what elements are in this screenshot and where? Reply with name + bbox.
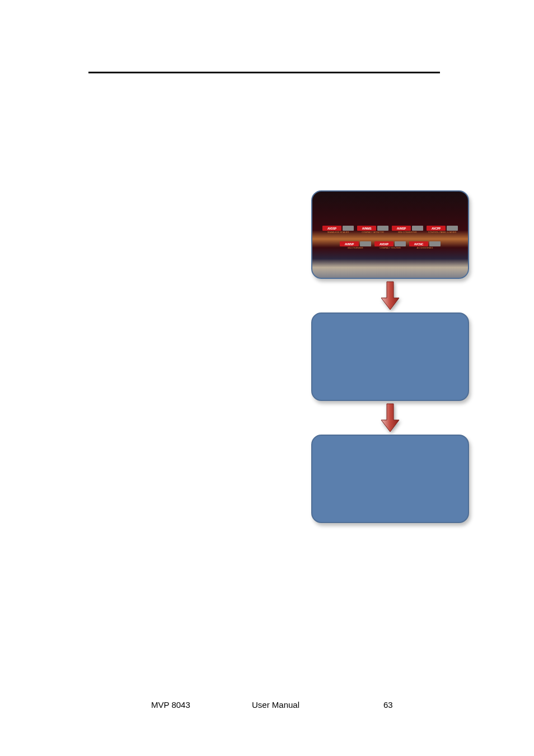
tile-badge-label: AVCPP — [432, 227, 441, 230]
product-tile: AVCPP CONTROL PANEL & MIXER — [425, 223, 459, 236]
tile-badge-label: AVMSP — [397, 227, 406, 230]
tile-subtitle: MIN CONVERTER — [398, 231, 416, 234]
tile-thumb — [395, 241, 406, 246]
product-tile: AVCNC ACCESSORIES — [408, 239, 442, 252]
tile-thumb — [343, 226, 354, 231]
tile-thumb — [360, 241, 371, 246]
arrow-down-icon — [379, 403, 401, 432]
footer-page-number: 63 — [383, 700, 393, 710]
tile-badge-label: AVMVP — [345, 242, 354, 246]
tile-badge: AVDXP — [374, 241, 394, 246]
arrow-down-icon — [379, 281, 401, 310]
tile-thumb — [377, 226, 388, 231]
tile-subtitle: SEAMLESS SCALER — [327, 231, 349, 234]
tile-thumb — [447, 226, 458, 231]
tile-row-top: AVDSP SEAMLESS SCALER AVNMS COMPACT MONI… — [317, 223, 463, 236]
tile-subtitle: COMPACT ROUTER — [380, 246, 401, 249]
tile-badge-label: AVDSP — [327, 227, 336, 230]
footer-title: User Manual — [252, 700, 299, 710]
tile-badge: AVCPP — [427, 226, 446, 231]
tile-subtitle: COMPACT MONITOR — [362, 231, 384, 234]
diagram-card-image: AVDSP SEAMLESS SCALER AVNMS COMPACT MONI… — [311, 190, 469, 279]
tile-badge-label: AVDXP — [380, 242, 388, 246]
tile-badge: AVDSP — [322, 226, 341, 231]
tile-badge: AVNMS — [357, 226, 376, 231]
tile-subtitle: CONTROL PANEL & MIXER — [428, 231, 457, 234]
product-tile: AVNMS COMPACT MONITOR — [356, 223, 390, 236]
footer-model: MVP 8043 — [151, 700, 190, 710]
tile-badge: AVMVP — [340, 241, 359, 246]
tile-thumb — [412, 226, 423, 231]
tile-subtitle: ACCESSORIES — [417, 246, 433, 249]
diagram-card-middle — [311, 312, 469, 401]
arrow-down-wrap — [311, 401, 469, 435]
tile-subtitle: MULTIVIEWER — [348, 246, 363, 249]
arrow-down-wrap — [311, 279, 469, 312]
diagram-card-bottom — [311, 435, 469, 523]
tile-row-bottom: AVMVP MULTIVIEWER AVDXP COMPACT ROUTER — [317, 239, 463, 252]
product-tile: AVMSP MIN CONVERTER — [391, 223, 424, 236]
flow-diagram: AVDSP SEAMLESS SCALER AVNMS COMPACT MONI… — [311, 190, 474, 523]
tile-thumb — [429, 241, 441, 246]
product-tile: AVMVP MULTIVIEWER — [339, 239, 372, 252]
product-tiles: AVDSP SEAMLESS SCALER AVNMS COMPACT MONI… — [317, 196, 463, 273]
product-tile: AVDSP SEAMLESS SCALER — [321, 223, 355, 236]
tile-badge: AVCNC — [409, 241, 428, 246]
document-page: AVDSP SEAMLESS SCALER AVNMS COMPACT MONI… — [0, 0, 534, 756]
tile-badge-label: AVCNC — [414, 242, 423, 246]
tile-badge: AVMSP — [392, 226, 411, 231]
tile-badge-label: AVNMS — [362, 227, 372, 230]
product-tile: AVDXP COMPACT ROUTER — [373, 239, 407, 252]
header-rule — [88, 72, 440, 73]
